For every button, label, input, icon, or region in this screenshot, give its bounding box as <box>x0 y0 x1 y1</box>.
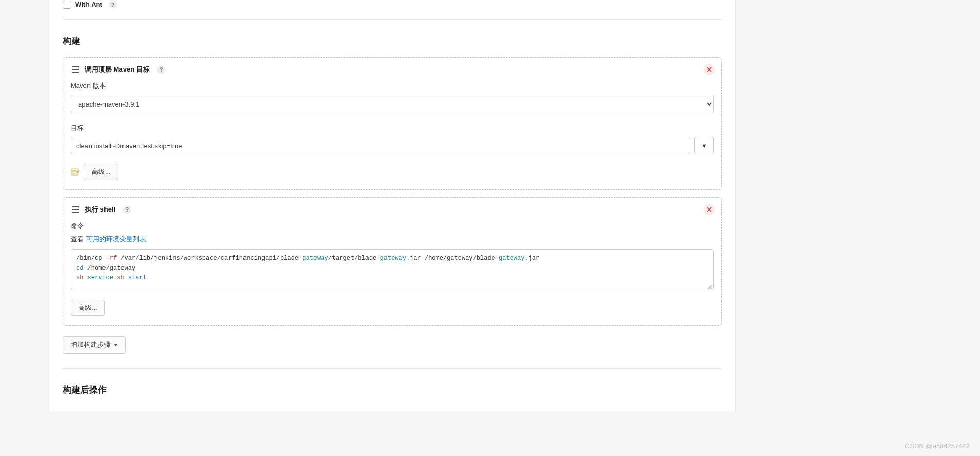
help-icon[interactable]: ? <box>122 205 131 214</box>
add-build-step-button[interactable]: 增加构建步骤 <box>63 336 126 354</box>
shell-command-editor[interactable]: /bin/cp -rf /var/lib/jenkins/workspace/c… <box>71 249 714 290</box>
build-section-title: 构建 <box>63 35 722 47</box>
env-vars-link[interactable]: 可用的环境变量列表 <box>86 235 146 243</box>
maven-goal-input[interactable] <box>71 137 690 154</box>
maven-goal-row: ▼ <box>71 137 714 154</box>
help-icon[interactable]: ? <box>157 65 166 74</box>
with-ant-label: With Ant <box>75 1 102 8</box>
expand-goal-button[interactable]: ▼ <box>694 137 714 154</box>
env-vars-hint: 查看 可用的环境变量列表 <box>71 235 714 244</box>
with-ant-row: With Ant ? <box>63 0 722 9</box>
maven-advanced-button[interactable]: 高级... <box>84 164 118 180</box>
card-header: 执行 shell ? <box>71 205 714 214</box>
shell-build-step: 执行 shell ? 命令 查看 可用的环境变量列表 /bin/cp -rf /… <box>63 197 722 326</box>
maven-goal-label: 目标 <box>71 124 714 133</box>
maven-build-step: 调用顶层 Maven 目标 ? Maven 版本 apache-maven-3.… <box>63 57 722 190</box>
divider <box>63 368 722 369</box>
drag-handle-icon[interactable] <box>71 205 80 214</box>
help-icon[interactable]: ? <box>109 0 117 9</box>
with-ant-checkbox[interactable] <box>63 1 71 9</box>
remove-step-button[interactable] <box>704 204 715 215</box>
advanced-row: 高级... <box>71 164 714 180</box>
hint-prefix: 查看 <box>71 235 86 243</box>
divider <box>63 19 722 20</box>
chevron-down-icon <box>114 344 118 346</box>
edit-icon <box>71 167 80 177</box>
add-build-step-label: 增加构建步骤 <box>71 340 111 349</box>
resize-grip-icon <box>706 283 712 289</box>
maven-version-label: Maven 版本 <box>71 81 714 91</box>
shell-advanced-button[interactable]: 高级... <box>71 300 105 316</box>
post-build-section-title: 构建后操作 <box>63 384 722 396</box>
watermark: CSDN @a584257442 <box>905 442 970 450</box>
shell-card-title: 执行 shell <box>85 205 115 214</box>
close-icon <box>707 67 712 72</box>
maven-card-title: 调用顶层 Maven 目标 <box>85 65 150 74</box>
close-icon <box>707 207 712 212</box>
remove-step-button[interactable] <box>704 64 715 75</box>
shell-command-label: 命令 <box>71 221 714 231</box>
card-header: 调用顶层 Maven 目标 ? <box>71 65 714 74</box>
drag-handle-icon[interactable] <box>71 65 80 74</box>
maven-version-select[interactable]: apache-maven-3.9.1 <box>71 95 714 113</box>
advanced-row: 高级... <box>71 300 714 316</box>
